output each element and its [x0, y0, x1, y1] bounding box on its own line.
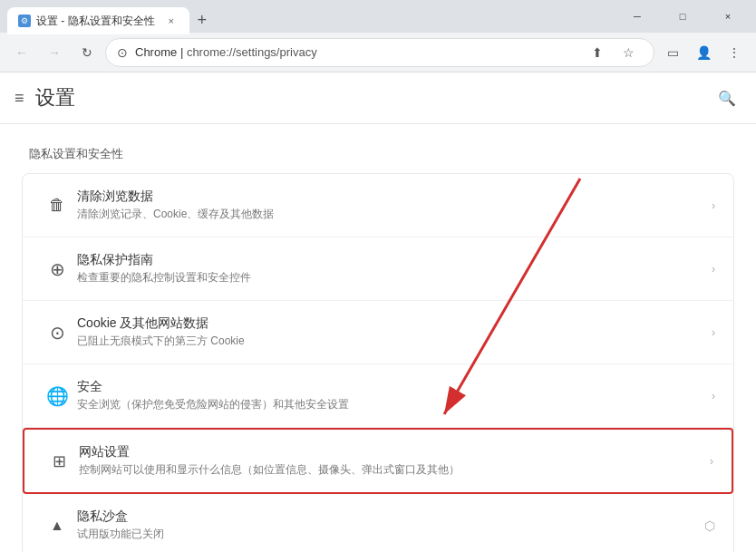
url-actions: ⬆ ☆: [583, 38, 643, 67]
chrome-label: Chrome: [135, 45, 177, 59]
menu-button[interactable]: ⋮: [720, 38, 749, 67]
arrow-icon-cookies: ›: [712, 326, 715, 339]
settings-page: ≡ 设置 🔍 隐私设置和安全性 🗑 清除浏览数据 清除浏览记录、Cookie、缓…: [0, 73, 756, 552]
item-content-cookies: Cookie 及其他网站数据 已阻止无痕模式下的第三方 Cookie: [77, 315, 712, 349]
arrow-icon-privacy-guide: ›: [712, 263, 715, 276]
back-button[interactable]: ←: [7, 38, 36, 67]
item-title-cookies: Cookie 及其他网站数据: [77, 315, 712, 332]
settings-header: ≡ 设置 🔍: [0, 73, 756, 124]
arrow-icon-security: ›: [712, 390, 715, 402]
trash-icon: 🗑: [41, 196, 73, 215]
item-desc-site-settings: 控制网站可以使用和显示什么信息（如位置信息、摄像头、弹出式窗口及其他）: [79, 462, 710, 478]
item-desc-cookies: 已阻止无痕模式下的第三方 Cookie: [77, 334, 712, 349]
site-settings-icon: ⊞: [43, 451, 75, 471]
titlebar: ⚙ 设置 - 隐私设置和安全性 × + ─ □ ×: [0, 0, 756, 33]
external-link-icon-sandbox: ⬡: [704, 518, 715, 533]
search-button[interactable]: 🔍: [712, 83, 741, 112]
item-title-privacy-sandbox: 隐私沙盒: [77, 508, 704, 525]
address-right-controls: ▭ 👤 ⋮: [658, 38, 749, 67]
item-title-security: 安全: [77, 379, 712, 395]
forward-button[interactable]: →: [40, 38, 69, 67]
tab-title: 设置 - 隐私设置和安全性: [36, 14, 155, 29]
security-icon: 🌐: [41, 385, 73, 407]
item-desc-security: 安全浏览（保护您免受危险网站的侵害）和其他安全设置: [77, 397, 712, 412]
item-content-security: 安全 安全浏览（保护您免受危险网站的侵害）和其他安全设置: [77, 379, 712, 412]
tab-area: ⚙ 设置 - 隐私设置和安全性 × +: [7, 0, 616, 33]
active-tab[interactable]: ⚙ 设置 - 隐私设置和安全性 ×: [7, 7, 189, 34]
item-title-site-settings: 网站设置: [79, 444, 710, 460]
settings-item-privacy-sandbox[interactable]: ▲ 隐私沙盒 试用版功能已关闭 ⬡: [23, 494, 733, 552]
maximize-button[interactable]: □: [662, 2, 703, 31]
refresh-button[interactable]: ↻: [73, 38, 102, 67]
sandbox-icon: ▲: [41, 518, 73, 534]
page-title: 设置: [35, 84, 75, 111]
profile-button[interactable]: 👤: [689, 38, 718, 67]
settings-item-site-settings[interactable]: ⊞ 网站设置 控制网站可以使用和显示什么信息（如位置信息、摄像头、弹出式窗口及其…: [23, 428, 733, 494]
settings-content: 隐私设置和安全性 🗑 清除浏览数据 清除浏览记录、Cookie、缓存及其他数据 …: [0, 124, 756, 552]
window-controls: ─ □ ×: [616, 2, 749, 31]
settings-card: 🗑 清除浏览数据 清除浏览记录、Cookie、缓存及其他数据 › ⊕ 隐私保护指…: [22, 173, 734, 552]
section-title: 隐私设置和安全性: [0, 139, 756, 173]
url-path: chrome://settings/privacy: [187, 45, 317, 59]
settings-item-clear-browsing[interactable]: 🗑 清除浏览数据 清除浏览记录、Cookie、缓存及其他数据 ›: [23, 174, 733, 237]
tab-favicon: ⚙: [18, 15, 31, 27]
item-content-site-settings: 网站设置 控制网站可以使用和显示什么信息（如位置信息、摄像头、弹出式窗口及其他）: [79, 444, 710, 478]
item-title-clear-browsing: 清除浏览数据: [77, 189, 712, 205]
url-text: Chrome | chrome://settings/privacy: [135, 45, 576, 59]
item-desc-privacy-guide: 检查重要的隐私控制设置和安全控件: [77, 270, 712, 286]
item-content-privacy-sandbox: 隐私沙盒 试用版功能已关闭: [77, 508, 704, 542]
sidebar-button[interactable]: ▭: [658, 38, 687, 67]
item-title-privacy-guide: 隐私保护指南: [77, 252, 712, 268]
url-bar[interactable]: ⊙ Chrome | chrome://settings/privacy ⬆ ☆: [105, 38, 654, 67]
item-desc-privacy-sandbox: 试用版功能已关闭: [77, 527, 704, 542]
hamburger-menu-icon[interactable]: ≡: [15, 89, 24, 108]
item-content-privacy-guide: 隐私保护指南 检查重要的隐私控制设置和安全控件: [77, 252, 712, 286]
item-content-clear-browsing: 清除浏览数据 清除浏览记录、Cookie、缓存及其他数据: [77, 189, 712, 222]
arrow-icon-site-settings: ›: [710, 455, 713, 468]
url-separator: |: [180, 45, 187, 59]
cookie-icon: ⊙: [41, 322, 73, 344]
settings-item-security[interactable]: 🌐 安全 安全浏览（保护您免受危险网站的侵害）和其他安全设置 ›: [23, 364, 733, 428]
settings-item-cookies[interactable]: ⊙ Cookie 及其他网站数据 已阻止无痕模式下的第三方 Cookie ›: [23, 301, 733, 364]
settings-item-privacy-guide[interactable]: ⊕ 隐私保护指南 检查重要的隐私控制设置和安全控件 ›: [23, 237, 733, 301]
share-button[interactable]: ⬆: [583, 38, 612, 67]
secure-icon: ⊙: [117, 45, 128, 60]
privacy-guide-icon: ⊕: [41, 258, 73, 280]
addressbar: ← → ↻ ⊙ Chrome | chrome://settings/priva…: [0, 33, 756, 73]
bookmark-button[interactable]: ☆: [614, 38, 643, 67]
tab-close-button[interactable]: ×: [164, 14, 179, 28]
arrow-icon-clear-browsing: ›: [712, 199, 715, 212]
new-tab-button[interactable]: +: [189, 7, 215, 33]
minimize-button[interactable]: ─: [616, 2, 658, 31]
item-desc-clear-browsing: 清除浏览记录、Cookie、缓存及其他数据: [77, 207, 712, 222]
close-button[interactable]: ×: [707, 2, 749, 31]
